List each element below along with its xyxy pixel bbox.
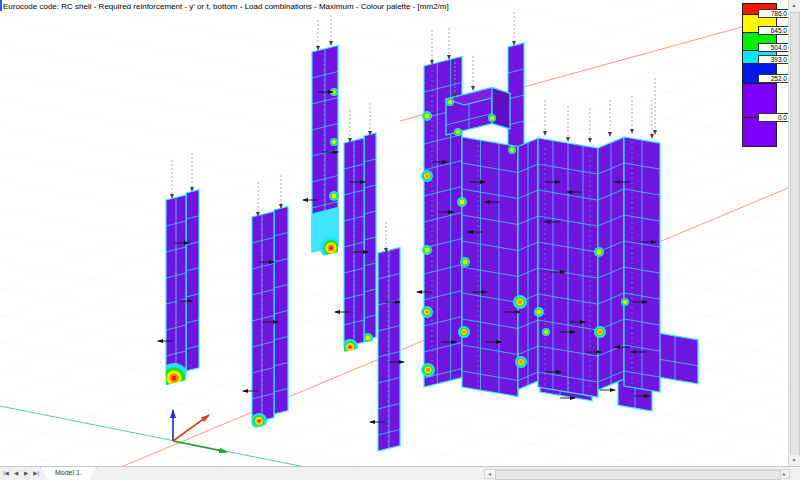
scroll-down-icon[interactable]: ▼ (789, 455, 799, 466)
vertical-scrollbar[interactable]: ▲ ▼ (788, 0, 800, 466)
vertical-scroll-thumb[interactable] (790, 12, 800, 456)
next-tab-button[interactable]: ▶ (22, 468, 30, 479)
result-title: Eurocode code: RC shell - Required reinf… (3, 2, 449, 11)
scroll-up-icon[interactable]: ▲ (789, 0, 799, 11)
legend-value: 0.0 (758, 113, 790, 122)
axes-triad (173, 410, 227, 452)
prev-tab-button[interactable]: ◀ (12, 468, 20, 479)
sheet-tab-bar: |◀ ◀ ▶ ▶| Model 1. ◄ ► (0, 466, 800, 480)
window-edge-accent (0, 0, 2, 11)
last-tab-button[interactable]: ▶| (32, 468, 40, 479)
viewport-3d[interactable] (0, 0, 800, 466)
scroll-left-icon[interactable]: ◄ (485, 470, 494, 478)
legend-value: 393.0 (758, 55, 790, 64)
legend-value: 252.0 (758, 74, 790, 83)
horizontal-scrollbar[interactable]: ◄ ► (484, 469, 790, 479)
legend-value: 645.0 (758, 26, 790, 35)
application-window: Eurocode code: RC shell - Required reinf… (0, 0, 800, 480)
legend-value: 504.0 (758, 43, 790, 52)
model-tab[interactable]: Model 1. (40, 467, 97, 480)
scroll-right-icon[interactable]: ► (780, 470, 789, 478)
tab-navigation: |◀ ◀ ▶ ▶| (2, 468, 40, 479)
legend-value: 786.0 (758, 9, 790, 18)
first-tab-button[interactable]: |◀ (2, 468, 10, 479)
horizontal-scroll-thumb[interactable] (495, 470, 781, 480)
